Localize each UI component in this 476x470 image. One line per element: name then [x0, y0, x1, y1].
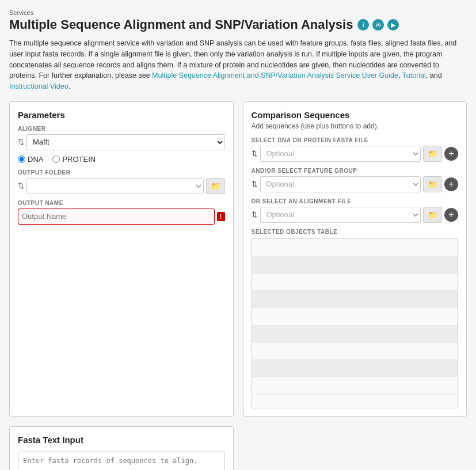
protein-radio-label[interactable]: PROTEIN: [52, 155, 96, 164]
alignment-sort-icon: ⇅: [252, 210, 258, 219]
table-row: [252, 343, 458, 360]
table-row: [252, 239, 458, 256]
dna-fasta-label: SELECT DNA OR PROTEIN FASTA FILE: [252, 137, 459, 143]
aligner-sort-icon: ⇅: [18, 138, 24, 146]
dna-radio-label[interactable]: DNA: [18, 155, 43, 164]
alignment-select[interactable]: Optional: [260, 207, 421, 223]
table-row: [252, 256, 458, 274]
alignment-browse-button[interactable]: 📁: [423, 207, 442, 223]
selected-objects-table: [252, 238, 459, 408]
dna-fasta-sort-icon: ⇅: [252, 149, 258, 158]
alignment-add-button[interactable]: +: [444, 208, 458, 222]
alignment-label: OR SELECT AN ALIGNMENT FILE: [252, 198, 459, 204]
info-icon[interactable]: i: [357, 19, 369, 31]
output-folder-browse-button[interactable]: 📁: [206, 178, 225, 194]
parameters-panel: Parameters ALIGNER ⇅ Mafft DNA PROTEIN O…: [9, 101, 234, 417]
feature-group-add-button[interactable]: +: [444, 177, 458, 191]
linkedin-icon[interactable]: in: [372, 19, 384, 31]
comparison-title: Comparison Sequences: [252, 110, 459, 120]
comparison-subtitle: Add sequences (use plus buttons to add).: [252, 122, 459, 130]
dna-radio[interactable]: [18, 156, 25, 163]
description-text: The multiple sequence alignment service …: [9, 38, 467, 92]
parameters-title: Parameters: [18, 110, 225, 120]
dna-fasta-select[interactable]: Optional: [260, 146, 421, 162]
aligner-label: ALIGNER: [18, 126, 225, 132]
output-name-input[interactable]: [18, 209, 215, 225]
feature-group-label: AND/OR SELECT FEATURE GROUP: [252, 168, 459, 174]
table-row: [252, 274, 458, 291]
play-icon[interactable]: ▶: [387, 19, 399, 31]
table-row: [252, 377, 458, 395]
table-row: [252, 325, 458, 343]
error-icon: !: [217, 212, 225, 221]
comparison-panel: Comparison Sequences Add sequences (use …: [243, 101, 467, 417]
feature-group-select[interactable]: Optional: [260, 176, 421, 192]
table-row: [252, 360, 458, 377]
feature-group-sort-icon: ⇅: [252, 180, 258, 188]
fasta-panel: Fasta Text Input: [9, 426, 234, 470]
breadcrumb: Services: [9, 9, 467, 16]
dna-fasta-add-button[interactable]: +: [444, 147, 458, 161]
instructional-video-link[interactable]: Instructional Video: [9, 82, 68, 90]
user-guide-link[interactable]: Multiple Sequence Alignment and SNP/Vari…: [152, 71, 398, 79]
selected-objects-label: SELECTED OBJECTS TABLE: [252, 229, 459, 235]
fasta-title: Fasta Text Input: [18, 435, 225, 445]
dna-fasta-browse-button[interactable]: 📁: [423, 146, 442, 162]
fasta-textarea[interactable]: [18, 452, 225, 470]
page-title: Multiple Sequence Alignment and SNP/Vari…: [9, 17, 353, 32]
aligner-select[interactable]: Mafft: [26, 134, 225, 150]
output-folder-sort-icon: ⇅: [18, 181, 24, 190]
table-row: [252, 291, 458, 308]
table-row: [252, 308, 458, 325]
output-folder-select[interactable]: [26, 178, 204, 194]
output-name-label: OUTPUT NAME: [18, 200, 225, 206]
protein-radio[interactable]: [52, 156, 60, 163]
tutorial-link[interactable]: Tutorial: [402, 71, 426, 79]
feature-group-browse-button[interactable]: 📁: [423, 176, 442, 192]
output-folder-label: OUTPUT FOLDER: [18, 169, 225, 176]
